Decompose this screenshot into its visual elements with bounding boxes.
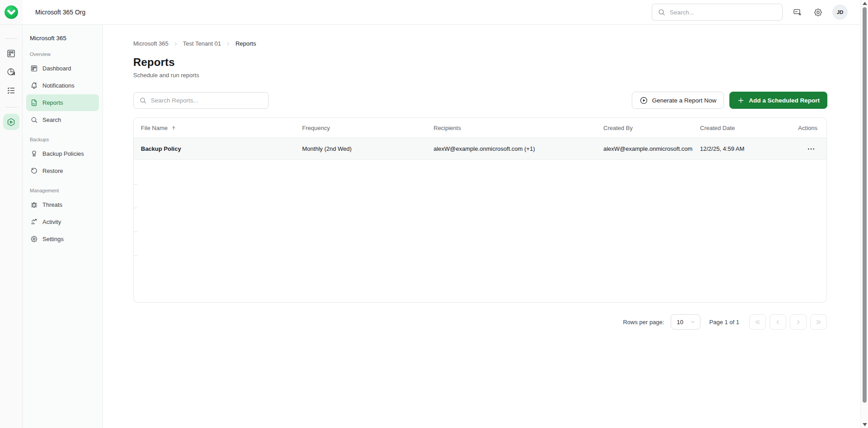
- hexagon-play-icon: [6, 117, 16, 127]
- chevron-right-icon: [795, 319, 802, 326]
- row-actions-button[interactable]: [805, 144, 817, 154]
- cell-file-name: Backup Policy: [141, 145, 302, 152]
- report-document-icon: [30, 99, 38, 107]
- pie-chart-bars-icon: [6, 67, 16, 77]
- sidebar-item-label: Notifications: [42, 82, 75, 89]
- table-row[interactable]: Backup Policy Monthly (2nd Wed) alexW@ex…: [134, 138, 826, 160]
- org-logo-icon[interactable]: [5, 5, 18, 19]
- rail-product-microsoft365-button[interactable]: [3, 114, 19, 130]
- checklist-icon: [6, 86, 16, 95]
- award-ribbon-icon: [30, 150, 38, 158]
- first-page-button[interactable]: [749, 314, 766, 330]
- generate-report-label: Generate a Report Now: [652, 97, 717, 104]
- last-page-button[interactable]: [810, 314, 827, 330]
- gear-icon: [813, 8, 823, 17]
- avatar[interactable]: JD: [832, 5, 848, 20]
- sidebar-item-notifications[interactable]: Notifications: [26, 77, 99, 94]
- reports-table: File Name Frequency Recipients Created B…: [133, 117, 827, 302]
- pagination: Rows per page: 10 Page 1 of 1: [133, 314, 827, 330]
- sidebar-section-management: Management: [23, 180, 103, 196]
- chevrons-right-icon: [815, 319, 822, 326]
- sidebar-item-restore[interactable]: Restore: [26, 163, 99, 179]
- column-header-actions: Actions: [793, 125, 817, 131]
- sidebar-item-backup-policies[interactable]: Backup Policies: [26, 145, 99, 162]
- scrollbar-up-arrow[interactable]: [863, 2, 867, 5]
- reports-search[interactable]: [133, 92, 269, 109]
- add-scheduled-report-label: Add a Scheduled Report: [749, 97, 820, 104]
- column-header-recipients[interactable]: Recipients: [434, 125, 603, 131]
- sidebar-section-backups: Backups: [23, 129, 103, 145]
- logo-cell: [0, 0, 23, 24]
- column-header-frequency[interactable]: Frequency: [302, 125, 434, 131]
- icon-rail: [0, 25, 23, 428]
- scrollbar[interactable]: [860, 0, 868, 428]
- breadcrumb-reports: Reports: [235, 40, 256, 47]
- pager: [749, 314, 827, 330]
- table-header-row: File Name Frequency Recipients Created B…: [134, 118, 826, 138]
- breadcrumb-test-tenant[interactable]: Test Tenant 01: [183, 40, 221, 47]
- sort-ascending-icon[interactable]: [171, 125, 177, 131]
- feedback-button[interactable]: [791, 6, 803, 19]
- restore-arrow-icon: [30, 167, 38, 175]
- rail-checklist-button[interactable]: [3, 82, 19, 98]
- chevron-left-icon: [775, 319, 781, 326]
- sidebar-item-search[interactable]: Search: [26, 112, 99, 128]
- column-label: File Name: [141, 125, 168, 131]
- sidebar-item-label: Settings: [42, 236, 64, 242]
- scrollbar-down-arrow[interactable]: [863, 423, 867, 426]
- sidebar-item-threats[interactable]: Threats: [26, 196, 99, 213]
- generate-report-button[interactable]: Generate a Report Now: [632, 92, 724, 109]
- org-name: Microsoft 365 Org: [35, 9, 85, 16]
- chevrons-left-icon: [754, 319, 761, 326]
- sidebar-item-activity[interactable]: Activity: [26, 214, 99, 230]
- row-divider-tick: [134, 256, 137, 256]
- message-plus-icon: [793, 8, 802, 17]
- breadcrumb-microsoft-365[interactable]: Microsoft 365: [133, 40, 168, 47]
- prev-page-button[interactable]: [770, 314, 786, 330]
- toolbar-actions: Generate a Report Now Add a Scheduled Re…: [632, 92, 827, 109]
- column-header-file-name[interactable]: File Name: [141, 125, 302, 131]
- cell-frequency: Monthly (2nd Wed): [302, 145, 434, 152]
- plus-icon: [737, 97, 745, 104]
- rail-divider: [5, 38, 17, 39]
- sidebar-item-label: Reports: [42, 99, 63, 106]
- gear-icon: [30, 235, 38, 243]
- scrollbar-thumb[interactable]: [863, 7, 867, 403]
- rows-per-page-value: 10: [677, 319, 683, 326]
- column-header-created-by[interactable]: Created By: [603, 125, 700, 131]
- page-subtitle: Schedule and run reports: [133, 72, 827, 79]
- bell-icon: [30, 82, 38, 89]
- shell: Microsoft 365 Overview Dashboard: [0, 25, 868, 428]
- sidebar-item-dashboard[interactable]: Dashboard: [26, 60, 99, 77]
- sidebar-title: Microsoft 365: [23, 35, 103, 43]
- activity-trend-icon: [30, 218, 38, 226]
- search-icon: [658, 8, 666, 16]
- column-header-created-date[interactable]: Created Date: [700, 125, 793, 131]
- sidebar-item-label: Search: [42, 116, 61, 123]
- add-scheduled-report-button[interactable]: Add a Scheduled Report: [729, 92, 827, 109]
- dashboard-icon: [6, 49, 16, 58]
- rows-per-page-label: Rows per page:: [623, 319, 664, 326]
- app-root: Microsoft 365 Org: [0, 0, 868, 428]
- page-indicator: Page 1 of 1: [709, 319, 740, 326]
- reports-search-input[interactable]: [151, 97, 263, 104]
- sidebar-item-label: Restore: [42, 167, 63, 174]
- global-search-input[interactable]: [670, 9, 777, 16]
- row-divider-tick: [134, 208, 137, 208]
- cell-recipients: alexW@example.onmicrosoft.com (+1): [434, 145, 603, 152]
- sidebar-item-reports[interactable]: Reports: [26, 94, 99, 111]
- rows-per-page-select[interactable]: 10: [671, 314, 700, 330]
- ellipsis-icon: [807, 145, 815, 153]
- next-page-button[interactable]: [790, 314, 807, 330]
- search-icon: [30, 116, 38, 124]
- sidebar-item-settings[interactable]: Settings: [26, 231, 99, 247]
- row-divider-tick: [134, 184, 137, 185]
- rail-divider: [5, 107, 17, 107]
- settings-button[interactable]: [812, 6, 824, 19]
- rail-analytics-button[interactable]: [3, 64, 19, 80]
- rail-dashboard-button[interactable]: [3, 45, 19, 61]
- sidebar-item-label: Activity: [42, 219, 61, 225]
- chevron-right-icon: [225, 41, 231, 47]
- toolbar: Generate a Report Now Add a Scheduled Re…: [133, 92, 827, 109]
- global-search[interactable]: [652, 4, 783, 21]
